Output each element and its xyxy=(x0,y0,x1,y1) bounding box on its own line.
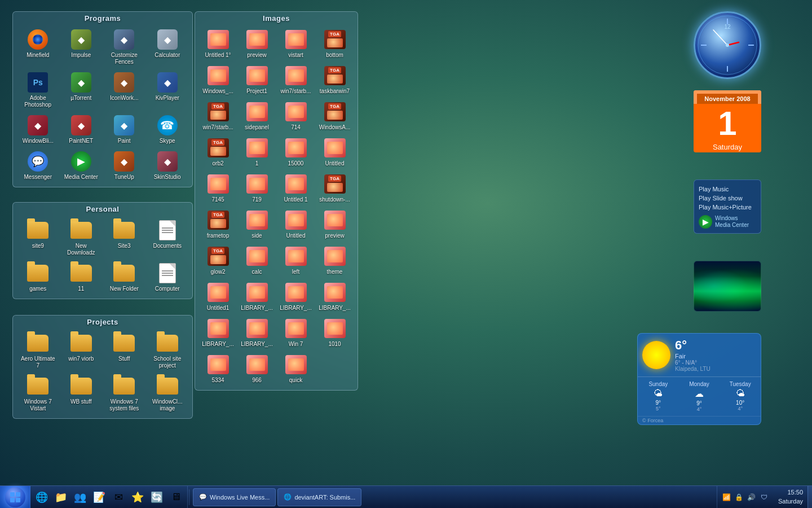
icon-item-10[interactable]: ◆Paint xyxy=(104,112,145,146)
icon-item-30[interactable]: LIBRARY_... xyxy=(277,279,314,313)
icon-item-0[interactable]: Aero Ultimate 7 xyxy=(17,330,59,371)
icon-item-5[interactable]: ◆µTorrent xyxy=(61,69,102,110)
icon-item-14[interactable]: 15000 xyxy=(277,135,314,169)
taskbar-window-deviantart[interactable]: 🌐 deviantART: Submis... xyxy=(277,488,361,506)
icon-item-7[interactable]: Computer xyxy=(147,260,188,294)
icon-item-4[interactable]: Windows 7 Vistart xyxy=(17,373,59,414)
icon-item-31[interactable]: LIBRARY_... xyxy=(316,279,353,313)
icon-item-23[interactable]: preview xyxy=(316,207,353,241)
icon-item-20[interactable]: TGAframetop xyxy=(200,207,236,241)
icon-item-3[interactable]: TGAbottom xyxy=(316,27,353,60)
mc-slideshow[interactable]: Play Slide show xyxy=(699,194,756,203)
quicklaunch-star[interactable]: ⭐ xyxy=(129,488,147,506)
icon-item-3[interactable]: ◆Calculator xyxy=(147,27,188,67)
icon-item-1[interactable]: ◆Impulse xyxy=(61,27,102,67)
icon-item-33[interactable]: LIBRARY_... xyxy=(239,316,275,349)
start-button[interactable] xyxy=(0,486,30,509)
icon-item-15[interactable]: ◆SkinStudio xyxy=(147,148,188,182)
icon-item-16[interactable]: 7145 xyxy=(200,171,236,205)
icon-item-1[interactable]: preview xyxy=(239,27,275,60)
mc-music-picture[interactable]: Play Music+Picture xyxy=(699,203,756,212)
icon-item-13[interactable]: 1 xyxy=(239,135,275,169)
tray-network-icon[interactable]: 📶 xyxy=(722,492,732,502)
icon-image-19: TGA xyxy=(324,173,346,195)
icon-item-2[interactable]: Stuff xyxy=(104,330,145,371)
icon-item-7[interactable]: ◆KivPlayer xyxy=(147,69,188,110)
taskbar-windows: 💬 Windows Live Mess... 🌐 deviantART: Sub… xyxy=(191,488,717,506)
icon-item-11[interactable]: ☎Skype xyxy=(147,112,188,146)
icon-item-24[interactable]: TGAglow2 xyxy=(200,243,236,277)
taskbar: 🌐 📁 👥 📝 ✉ ⭐ 🔄 🖥 💬 Windows Live Mess... 🌐… xyxy=(0,485,812,508)
icon-item-7[interactable]: TGAtaskbarwin7 xyxy=(316,63,353,97)
quicklaunch-users[interactable]: 👥 xyxy=(71,488,89,506)
quicklaunch-screen[interactable]: 🖥 xyxy=(167,488,185,506)
icon-item-12[interactable]: TGAorb2 xyxy=(200,135,236,169)
icon-item-10[interactable]: 714 xyxy=(277,99,314,133)
clock-face: 12 xyxy=(694,11,761,79)
icon-item-0[interactable]: site9 xyxy=(17,217,59,258)
icon-label-19: shutdown-... xyxy=(319,196,350,203)
icon-item-27[interactable]: theme xyxy=(316,243,353,277)
icon-item-25[interactable]: calc xyxy=(239,243,275,277)
quicklaunch-folder[interactable]: 📁 xyxy=(52,488,70,506)
icon-item-2[interactable]: ◆Customize Fences xyxy=(104,27,145,67)
taskbar-clock[interactable]: 15:50 Saturday xyxy=(774,488,807,506)
quicklaunch-ie[interactable]: 🌐 xyxy=(33,488,51,506)
icon-item-4[interactable]: PsAdobe Photoshop xyxy=(17,69,59,110)
taskbar-quicklaunch: 🌐 📁 👥 📝 ✉ ⭐ 🔄 🖥 xyxy=(30,486,188,508)
icon-item-17[interactable]: 719 xyxy=(239,171,275,205)
quicklaunch-word[interactable]: 📝 xyxy=(90,488,108,506)
quicklaunch-mail[interactable]: ✉ xyxy=(109,488,127,506)
icon-item-6[interactable]: win7/starb... xyxy=(277,63,314,97)
quicklaunch-refresh[interactable]: 🔄 xyxy=(148,488,166,506)
icon-item-5[interactable]: 11 xyxy=(61,260,102,294)
mc-play-music[interactable]: Play Music xyxy=(699,185,756,194)
icon-item-4[interactable]: Windows_... xyxy=(200,63,236,97)
taskbar-window-messenger[interactable]: 💬 Windows Live Mess... xyxy=(193,488,276,506)
icon-item-5[interactable]: Project1 xyxy=(239,63,275,97)
icon-item-21[interactable]: side xyxy=(239,207,275,241)
icon-item-8[interactable]: ◆WindowBli... xyxy=(17,112,59,146)
icon-item-3[interactable]: Documents xyxy=(147,217,188,258)
icon-item-14[interactable]: ◆TuneUp xyxy=(104,148,145,182)
icon-label-18: Untitled 1 xyxy=(284,196,307,203)
icon-item-22[interactable]: Untitled xyxy=(277,207,314,241)
deviantart-window-label: deviantART: Submis... xyxy=(294,494,355,501)
icon-item-3[interactable]: School site project xyxy=(147,330,188,371)
icon-item-7[interactable]: WindowCl... image xyxy=(147,373,188,414)
icon-item-0[interactable]: Minefield xyxy=(17,27,59,67)
icon-item-6[interactable]: New Folder xyxy=(104,260,145,294)
icon-item-15[interactable]: Untitled xyxy=(316,135,353,169)
icon-item-13[interactable]: ▶Media Center xyxy=(61,148,102,182)
icon-item-8[interactable]: TGAwin7/starb... xyxy=(200,99,236,133)
icon-image-36 xyxy=(207,353,230,376)
icon-item-38[interactable]: quick xyxy=(277,352,314,386)
icon-item-2[interactable]: Site3 xyxy=(104,217,145,258)
icon-item-2[interactable]: vistart xyxy=(277,27,314,60)
icon-item-11[interactable]: TGAWindowsA... xyxy=(316,99,353,133)
icon-item-1[interactable]: win7 viorb xyxy=(61,330,102,371)
icon-item-0[interactable]: Untitled 1° xyxy=(200,27,236,60)
icon-item-34[interactable]: Win 7 xyxy=(277,316,314,349)
icon-item-1[interactable]: New Downloadz xyxy=(61,217,102,258)
icon-item-9[interactable]: sidepanel xyxy=(239,99,275,133)
icon-item-4[interactable]: games xyxy=(17,260,59,294)
icon-item-18[interactable]: Untitled 1 xyxy=(277,171,314,205)
icon-item-36[interactable]: 5334 xyxy=(200,352,236,386)
tray-security-icon[interactable]: 🔒 xyxy=(734,492,744,502)
icon-item-32[interactable]: LIBRARY_... xyxy=(200,316,236,349)
icon-item-6[interactable]: ◆IconWork... xyxy=(104,69,145,110)
icon-item-9[interactable]: ◆PaintNET xyxy=(61,112,102,146)
icon-item-12[interactable]: 💬Messenger xyxy=(17,148,59,182)
icon-item-19[interactable]: TGAshutdown-... xyxy=(316,171,353,205)
tray-antivirus-icon[interactable]: 🛡 xyxy=(759,492,769,502)
icon-item-37[interactable]: 966 xyxy=(239,352,275,386)
icon-item-29[interactable]: LIBRARY_... xyxy=(239,279,275,313)
icon-item-28[interactable]: Untitled1 xyxy=(200,279,236,313)
icon-item-5[interactable]: WB stuff xyxy=(61,373,102,414)
tray-volume-icon[interactable]: 🔊 xyxy=(747,492,757,502)
icon-item-6[interactable]: Windows 7 system files xyxy=(104,373,145,414)
icon-item-35[interactable]: 1010 xyxy=(316,316,353,349)
icon-item-26[interactable]: left xyxy=(277,243,314,277)
show-desktop-button[interactable] xyxy=(807,486,812,509)
